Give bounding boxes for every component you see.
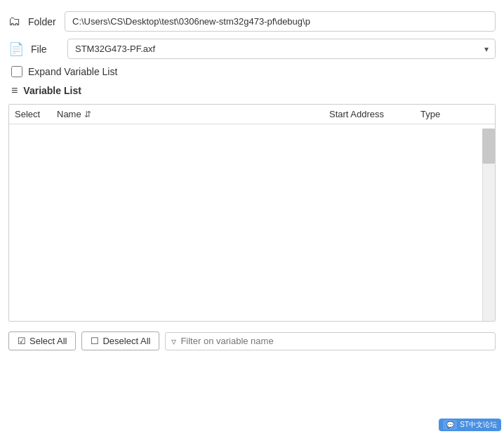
expand-variable-row: Expand Variable List bbox=[8, 66, 496, 77]
select-all-button[interactable]: ☑ Select All bbox=[8, 331, 76, 350]
variable-list-title: Variable List bbox=[23, 85, 81, 96]
file-select-wrapper: STM32G473-PF.axf ▾ bbox=[67, 39, 496, 59]
chat-icon: 💬 bbox=[443, 420, 457, 430]
column-header-type: Type bbox=[420, 109, 477, 119]
st-badge-text: ST中文论坛 bbox=[460, 420, 497, 430]
list-icon: ≡ bbox=[11, 84, 18, 97]
file-row: 📄 File STM32G473-PF.axf ▾ bbox=[8, 39, 496, 59]
variable-list-section-header: ≡ Variable List bbox=[8, 84, 496, 97]
main-container: 🗂 Folder 📄 File STM32G473-PF.axf ▾ Expan… bbox=[0, 0, 504, 364]
filter-wrapper: ▿ bbox=[165, 332, 496, 350]
expand-variable-label[interactable]: Expand Variable List bbox=[28, 66, 117, 77]
list-header: Select Name ⇵ Start Address Type bbox=[9, 105, 495, 124]
variable-list-body[interactable] bbox=[9, 124, 495, 321]
column-header-select: Select bbox=[15, 109, 57, 119]
scrollbar-thumb[interactable] bbox=[482, 129, 495, 164]
file-select[interactable]: STM32G473-PF.axf bbox=[67, 39, 496, 59]
folder-input[interactable] bbox=[65, 11, 496, 32]
expand-variable-checkbox[interactable] bbox=[11, 66, 22, 77]
file-icon: 📄 bbox=[8, 41, 24, 57]
folder-label: Folder bbox=[28, 16, 58, 27]
st-badge[interactable]: 💬 ST中文论坛 bbox=[439, 419, 501, 431]
checkbox-checked-icon: ☑ bbox=[18, 336, 26, 346]
folder-row: 🗂 Folder bbox=[8, 11, 496, 32]
sort-icon[interactable]: ⇵ bbox=[84, 110, 91, 119]
file-label: File bbox=[31, 44, 60, 55]
variable-list-container: Select Name ⇵ Start Address Type bbox=[8, 104, 496, 322]
column-header-name: Name ⇵ bbox=[57, 109, 329, 119]
checkbox-empty-icon: ☐ bbox=[91, 336, 99, 346]
deselect-all-button[interactable]: ☐ Deselect All bbox=[81, 331, 159, 350]
filter-icon: ▿ bbox=[171, 336, 176, 347]
scrollbar-track[interactable] bbox=[482, 129, 495, 321]
folder-icon: 🗂 bbox=[8, 14, 21, 29]
column-header-start-address: Start Address bbox=[329, 109, 420, 119]
filter-input[interactable] bbox=[180, 336, 489, 346]
bottom-bar: ☑ Select All ☐ Deselect All ▿ bbox=[8, 329, 496, 353]
